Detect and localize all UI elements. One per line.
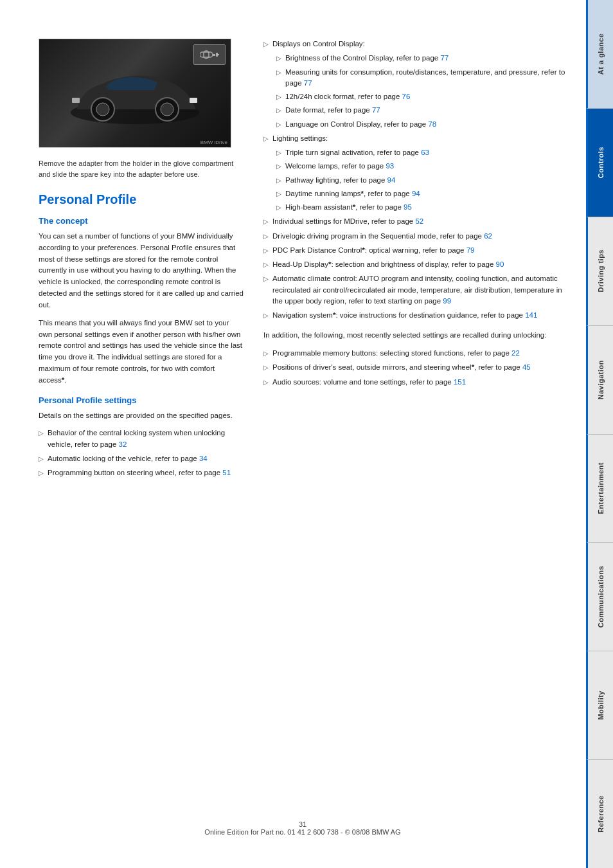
- page-link-141[interactable]: 141: [525, 311, 537, 319]
- bullet-arrow-icon: ▷: [39, 468, 44, 478]
- bullet-arrow-icon: ▷: [276, 203, 281, 212]
- bullet-arrow-icon: ▷: [276, 53, 281, 63]
- recall-list: ▷ Programmable memory buttons: selecting…: [263, 348, 567, 388]
- list-item: ▷ Pathway lighting, refer to page 94: [276, 175, 567, 186]
- sidebar-tab-communications[interactable]: Communications: [586, 543, 613, 651]
- list-item: ▷ Automatic climate control: AUTO progra…: [263, 273, 567, 307]
- page-link-77a[interactable]: 77: [440, 54, 449, 62]
- bullet-arrow-icon: ▷: [276, 105, 281, 115]
- sidebar-tab-navigation[interactable]: Navigation: [586, 326, 613, 435]
- subsection-concept: The concept: [39, 216, 244, 226]
- list-item: ▷ Programmable memory buttons: selecting…: [263, 348, 567, 359]
- bullet-arrow-icon: ▷: [263, 377, 269, 387]
- page-link-77b[interactable]: 77: [304, 79, 312, 87]
- page-link-76[interactable]: 76: [402, 93, 411, 100]
- lighting-list: ▷ Lighting settings:: [263, 133, 567, 144]
- bullet-arrow-icon: ▷: [263, 39, 269, 49]
- bullet-arrow-icon: ▷: [276, 189, 281, 199]
- page-link-52[interactable]: 52: [415, 217, 423, 225]
- bullet-arrow-icon: ▷: [276, 176, 281, 185]
- bullet-arrow-icon: ▷: [263, 274, 269, 284]
- section-title-personal-profile: Personal Profile: [39, 192, 244, 207]
- list-item: ▷ Positions of driver's seat, outside mi…: [263, 362, 567, 373]
- bullet-arrow-icon: ▷: [263, 246, 269, 255]
- sidebar-tab-label: Reference: [597, 795, 605, 833]
- list-item: ▷ Daytime running lamps*, refer to page …: [276, 188, 567, 199]
- page-link-51[interactable]: 51: [222, 469, 231, 476]
- svg-rect-11: [216, 54, 219, 55]
- key-icon: [200, 48, 219, 61]
- list-item: ▷ Behavior of the central locking system…: [39, 428, 244, 450]
- bullet-arrow-icon: ▷: [263, 260, 269, 269]
- list-item-lighting: ▷ Lighting settings:: [263, 133, 567, 144]
- profile-settings-list: ▷ Behavior of the central locking system…: [39, 428, 244, 478]
- list-item: ▷ PDC Park Distance Control*: optical wa…: [263, 245, 567, 256]
- page-link-78[interactable]: 78: [428, 120, 436, 128]
- page-link-45[interactable]: 45: [522, 363, 531, 371]
- page-link-63[interactable]: 63: [421, 149, 429, 156]
- page-link-90[interactable]: 90: [496, 260, 504, 268]
- page-link-93[interactable]: 93: [386, 162, 394, 170]
- svg-point-4: [161, 103, 173, 116]
- sidebar-tab-label: At a glance: [597, 33, 605, 75]
- list-item: ▷ Language on Control Display, refer to …: [276, 119, 567, 130]
- list-item: ▷ Individual settings for MDrive, refer …: [263, 216, 567, 227]
- page-link-62[interactable]: 62: [484, 232, 492, 240]
- recall-intro: In addition, the following, most recentl…: [263, 330, 567, 341]
- svg-rect-9: [213, 54, 215, 56]
- page-number: 31: [299, 820, 306, 828]
- list-item: ▷ Programming button on steering wheel, …: [39, 467, 244, 478]
- bullet-arrow-icon: ▷: [263, 134, 269, 143]
- sidebar-tab-reference[interactable]: Reference: [586, 760, 613, 868]
- car-image: BMW iDrive: [39, 39, 231, 148]
- bullet-arrow-icon: ▷: [276, 120, 281, 129]
- concept-paragraph-1: You can set a number of functions of you…: [39, 231, 244, 311]
- concept-paragraph-2: This means that you will always find you…: [39, 318, 244, 386]
- sidebar-tab-controls[interactable]: Controls: [586, 109, 613, 217]
- page-link-95[interactable]: 95: [404, 203, 412, 211]
- svg-point-2: [96, 103, 109, 116]
- page-link-94a[interactable]: 94: [387, 176, 396, 184]
- list-item: ▷ 12h/24h clock format, refer to page 76: [276, 91, 567, 102]
- page-link-32[interactable]: 32: [119, 440, 127, 448]
- bullet-arrow-icon: ▷: [276, 148, 281, 158]
- page-link-99[interactable]: 99: [443, 297, 451, 305]
- list-item-displays: ▷ Displays on Control Display:: [263, 39, 567, 50]
- sidebar-tab-label: Controls: [597, 147, 605, 178]
- svg-rect-6: [72, 98, 80, 103]
- svg-rect-7: [200, 52, 213, 57]
- image-caption-text: Remove the adapter from the holder in th…: [39, 158, 244, 179]
- bullet-arrow-icon: ▷: [263, 311, 269, 320]
- bullet-arrow-icon: ▷: [276, 92, 281, 102]
- bullet-arrow-icon: ▷: [263, 231, 269, 241]
- sidebar-tab-label: Entertainment: [597, 462, 605, 514]
- sidebar-tab-driving-tips[interactable]: Driving tips: [586, 217, 613, 326]
- bullet-arrow-icon: ▷: [276, 161, 281, 171]
- sidebar-tab-entertainment[interactable]: Entertainment: [586, 435, 613, 543]
- list-item: ▷ Navigation system*: voice instructions…: [263, 310, 567, 321]
- list-item: ▷ Welcome lamps, refer to page 93: [276, 161, 567, 172]
- page-link-34[interactable]: 34: [199, 455, 208, 462]
- page-link-151[interactable]: 151: [454, 378, 466, 386]
- sidebar-tab-mobility[interactable]: Mobility: [586, 651, 613, 760]
- page-link-79[interactable]: 79: [466, 246, 475, 254]
- sidebar-tab-at-a-glance[interactable]: At a glance: [586, 0, 613, 109]
- right-main-list: ▷ Displays on Control Display:: [263, 39, 567, 50]
- bullet-arrow-icon: ▷: [39, 454, 44, 464]
- profile-settings-intro: Details on the settings are provided on …: [39, 410, 244, 422]
- sidebar: At a glance Controls Driving tips Naviga…: [586, 0, 613, 868]
- bullet-arrow-icon: ▷: [276, 68, 281, 77]
- list-item: ▷ Measuring units for consumption, route…: [276, 67, 567, 89]
- list-item: ▷ Triple turn signal activation, refer t…: [276, 147, 567, 158]
- list-item: ▷ Drivelogic driving program in the Sequ…: [263, 231, 567, 242]
- lighting-sublist: ▷ Triple turn signal activation, refer t…: [263, 147, 567, 213]
- sidebar-tab-label: Navigation: [597, 360, 605, 399]
- page-link-77c[interactable]: 77: [372, 106, 380, 114]
- sidebar-tab-label: Communications: [597, 566, 605, 628]
- subsection-profile-settings: Personal Profile settings: [39, 395, 244, 405]
- page-link-94b[interactable]: 94: [412, 190, 420, 197]
- list-item: ▷ Brightness of the Control Display, ref…: [276, 53, 567, 64]
- bullet-arrow-icon: ▷: [263, 348, 269, 358]
- image-watermark: BMW iDrive: [200, 140, 227, 145]
- page-link-22[interactable]: 22: [511, 349, 520, 357]
